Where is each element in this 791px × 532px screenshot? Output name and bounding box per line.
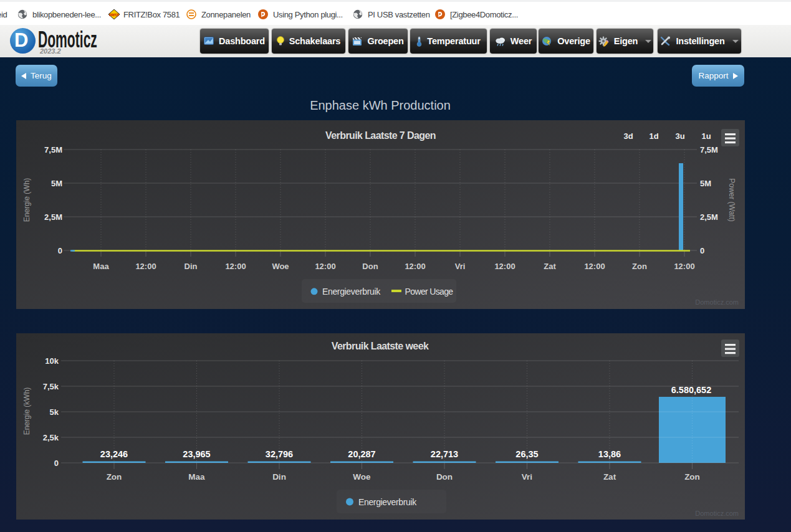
svg-text:22,713: 22,713	[431, 449, 458, 459]
svg-text:Zon: Zon	[107, 472, 122, 482]
svg-text:32,796: 32,796	[266, 449, 293, 459]
svg-text:12:00: 12:00	[405, 262, 425, 271]
svg-text:Don: Don	[362, 262, 378, 271]
svg-text:Domoticz.com: Domoticz.com	[695, 298, 739, 306]
svg-text:Power Usage: Power Usage	[405, 287, 454, 297]
svg-text:Maa: Maa	[188, 472, 205, 482]
svg-text:23,965: 23,965	[183, 449, 210, 459]
svg-text:1u: 1u	[701, 131, 711, 141]
svg-text:5M: 5M	[700, 179, 711, 188]
svg-text:Vri: Vri	[455, 262, 466, 271]
svg-text:0: 0	[58, 246, 62, 255]
svg-text:12:00: 12:00	[584, 262, 605, 271]
svg-text:2,5M: 2,5M	[700, 212, 718, 222]
svg-text:Vri: Vri	[522, 472, 532, 482]
svg-text:Power (Watt): Power (Watt)	[727, 178, 736, 222]
svg-text:Woe: Woe	[272, 262, 289, 271]
svg-text:Zon: Zon	[684, 472, 700, 482]
svg-text:12:00: 12:00	[225, 262, 246, 271]
svg-text:5k: 5k	[50, 407, 59, 417]
svg-text:23,246: 23,246	[100, 449, 128, 459]
svg-text:10k: 10k	[45, 356, 59, 366]
svg-text:Energieverbruik: Energieverbruik	[322, 287, 381, 297]
svg-text:Din: Din	[272, 472, 286, 482]
svg-text:3u: 3u	[675, 131, 684, 141]
svg-text:13,86: 13,86	[598, 449, 621, 459]
svg-text:0: 0	[700, 246, 704, 255]
svg-text:5M: 5M	[51, 179, 62, 188]
svg-text:7,5M: 7,5M	[700, 145, 718, 154]
svg-text:Energie (kWh): Energie (kWh)	[22, 387, 31, 435]
svg-text:Zon: Zon	[632, 262, 647, 271]
svg-text:1d: 1d	[649, 131, 658, 141]
svg-text:0: 0	[54, 458, 59, 468]
svg-text:20,287: 20,287	[348, 449, 375, 459]
svg-text:26,35: 26,35	[515, 449, 538, 459]
svg-text:Zat: Zat	[603, 472, 616, 482]
svg-text:Energieverbruik: Energieverbruik	[358, 497, 417, 507]
svg-text:7,5M: 7,5M	[44, 145, 62, 154]
svg-text:Energie (Wh): Energie (Wh)	[22, 178, 31, 222]
svg-text:12:00: 12:00	[494, 262, 515, 271]
svg-text:Don: Don	[436, 472, 453, 482]
svg-text:Woe: Woe	[353, 472, 371, 482]
svg-text:Verbruik Laatste week: Verbruik Laatste week	[332, 341, 429, 351]
svg-text:12:00: 12:00	[315, 262, 335, 271]
svg-text:Verbruik Laatste 7 Dagen: Verbruik Laatste 7 Dagen	[325, 130, 436, 141]
svg-text:6.580,652: 6.580,652	[671, 385, 712, 395]
svg-text:Din: Din	[185, 262, 198, 271]
svg-text:Maa: Maa	[93, 262, 109, 271]
svg-text:3d: 3d	[623, 131, 633, 141]
svg-text:12:00: 12:00	[135, 262, 156, 271]
svg-text:12:00: 12:00	[674, 262, 694, 271]
svg-text:2,5k: 2,5k	[43, 433, 59, 442]
svg-text:Zat: Zat	[544, 262, 556, 271]
svg-text:Domoticz.com: Domoticz.com	[695, 510, 739, 517]
svg-text:2,5M: 2,5M	[44, 212, 62, 222]
svg-text:FRITZ!: FRITZ!	[109, 13, 119, 17]
svg-text:7,5k: 7,5k	[43, 382, 59, 391]
